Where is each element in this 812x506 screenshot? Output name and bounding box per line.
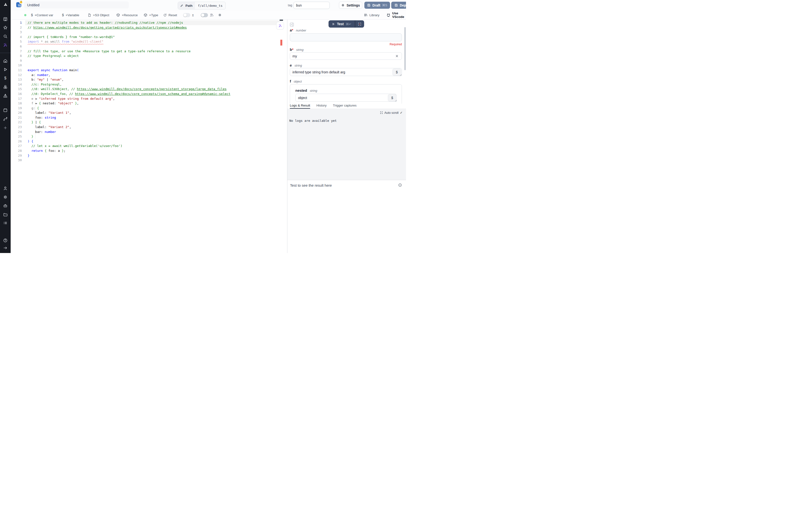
settings-gear-icon[interactable] — [3, 195, 8, 199]
workers-icon[interactable] — [3, 203, 8, 208]
triggers-icon[interactable] — [3, 93, 8, 98]
use-vscode-button[interactable]: Use VScode — [386, 11, 406, 19]
line-number: 15 — [11, 87, 25, 91]
draft-button[interactable]: Draft ⌘S — [364, 2, 390, 9]
library-button[interactable]: Library — [364, 11, 379, 19]
add-s3-object-button[interactable]: +S3 Object — [88, 11, 109, 19]
toggle-track[interactable] — [201, 13, 208, 17]
user-icon[interactable] — [3, 186, 8, 191]
line-number: 7 — [11, 49, 25, 54]
windmill-logo-icon[interactable] — [3, 2, 8, 7]
add-context-var-button[interactable]: $ +Context var — [31, 11, 53, 19]
code-line[interactable]: 26) { — [11, 139, 283, 144]
code-line[interactable]: 28 return { foo: a }; — [11, 148, 283, 153]
code-line[interactable]: 30 — [11, 158, 283, 163]
code-line[interactable]: 5import * as wmill from "windmill-client… — [11, 39, 283, 44]
field-e-label: e string — [290, 63, 302, 67]
tag-input[interactable] — [293, 2, 330, 9]
code-line[interactable]: 7// fill the type, or use the +Resource … — [11, 49, 283, 54]
code-line[interactable]: 20 label: "Variant 1", — [11, 110, 283, 115]
add-icon[interactable] — [3, 125, 8, 130]
panel-divider[interactable] — [287, 19, 287, 253]
code-line[interactable]: 24 bar: number — [11, 130, 283, 135]
editor-settings-button[interactable] — [218, 11, 222, 19]
code-line[interactable]: 11export async function main( — [11, 68, 283, 73]
code-line[interactable]: 16 //d: DynSelect_foo, // https://www.wi… — [11, 91, 283, 96]
capture-mode-button[interactable] — [355, 20, 364, 27]
code-line[interactable]: 18 f = { nested: "object" }, — [11, 101, 283, 106]
info-icon[interactable] — [398, 183, 402, 187]
script-title-input[interactable] — [24, 1, 129, 8]
flows-icon[interactable] — [3, 116, 8, 121]
help-icon[interactable] — [3, 238, 8, 243]
ai-wand-icon[interactable] — [3, 43, 8, 48]
line-number: 28 — [11, 148, 25, 153]
editor-overview-ruler[interactable] — [279, 19, 283, 253]
resize-handle[interactable] — [394, 99, 397, 102]
runs-icon[interactable] — [3, 67, 8, 72]
code-line[interactable]: 6 — [11, 44, 283, 49]
play-icon — [332, 22, 335, 26]
expand-icon — [380, 111, 383, 114]
code-line[interactable]: 14 //c: Postgresql, — [11, 82, 283, 87]
code-line[interactable]: 13 b: "my" | "enum", — [11, 77, 283, 82]
workspace-icon[interactable] — [3, 17, 8, 21]
collapse-panel-icon[interactable] — [289, 22, 294, 27]
code-line[interactable]: 15 //d: wmill.S3Object, // https://www.w… — [11, 87, 283, 91]
settings-button[interactable]: Settings — [339, 2, 362, 9]
diff-toggle[interactable]: ± — [183, 11, 194, 19]
code-line[interactable]: 12 a: number, — [11, 73, 283, 78]
field-a-input[interactable] — [290, 33, 402, 41]
add-type-button[interactable]: +Type — [144, 11, 158, 19]
code-editor[interactable]: 1// there are multiple modes to add as h… — [11, 19, 283, 253]
code-line[interactable]: 29} — [11, 153, 283, 158]
code-line[interactable]: 8// type Postgresql = object — [11, 54, 283, 58]
code-line[interactable]: 17 e = "inferred type string from defaul… — [11, 96, 283, 101]
code-line[interactable]: 2// https://www.windmill.dev/docs/gettin… — [11, 25, 283, 30]
reset-button[interactable]: Reset — [163, 11, 177, 19]
code-line[interactable]: 3 — [11, 30, 283, 34]
code-line[interactable]: 1// there are multiple modes to add as h… — [11, 20, 283, 25]
test-button[interactable]: Test ⌘↵ — [329, 20, 355, 27]
code-line[interactable]: 10 — [11, 63, 283, 68]
draft-shortcut: ⌘S — [382, 3, 387, 7]
code-line[interactable]: 22 } | { — [11, 120, 283, 125]
code-line[interactable]: 9 — [11, 58, 283, 63]
expand-sidebar-arrow-icon[interactable] — [3, 246, 8, 250]
resize-handle[interactable] — [399, 74, 402, 76]
path-value: f/all/demo_ts — [195, 2, 225, 9]
schedules-icon[interactable] — [3, 108, 8, 112]
code-text: // there are multiple modes to add as he… — [25, 20, 283, 25]
clear-icon[interactable] — [395, 55, 398, 58]
auto-scroll-toggle[interactable]: Auto scroll ✓ — [380, 111, 402, 114]
code-line[interactable]: 25 } — [11, 134, 283, 139]
ai-assistant-button[interactable] — [276, 22, 284, 29]
field-b-input[interactable] — [290, 52, 402, 60]
code-line[interactable]: 4// import { toWords } from "number-to-w… — [11, 34, 283, 39]
toggle-track[interactable] — [183, 13, 190, 17]
add-resource-button[interactable]: +Resource — [116, 11, 138, 19]
groups-list-icon[interactable] — [3, 221, 8, 226]
arg-name: nested — [295, 88, 307, 92]
code-line[interactable]: 27 // let x = await wmill.getVariable('u… — [11, 144, 283, 148]
tab-logs-result[interactable]: Logs & Result — [290, 104, 310, 109]
panel-scrollbar-thumb[interactable] — [404, 27, 406, 70]
add-variable-button[interactable]: $ +Variable — [62, 11, 79, 19]
code-line[interactable]: 23 label: "Variant 2", — [11, 125, 283, 130]
home-icon[interactable] — [3, 58, 8, 63]
nested-field-input[interactable] — [295, 94, 396, 102]
tab-history[interactable]: History — [317, 104, 327, 109]
search-icon[interactable] — [3, 34, 8, 39]
tab-trigger-captures[interactable]: Trigger captures — [333, 104, 357, 109]
resources-icon[interactable] — [3, 84, 8, 89]
deploy-button[interactable]: Deploy — [391, 2, 406, 9]
path-button[interactable]: Path f/all/demo_ts — [178, 2, 225, 9]
favorites-star-icon[interactable] — [3, 25, 8, 30]
field-e-input[interactable] — [290, 68, 402, 76]
multiplayer-toggle[interactable] — [201, 11, 214, 19]
folders-icon[interactable] — [3, 212, 8, 217]
code-line[interactable]: 21 foo: string — [11, 115, 283, 120]
code-line[interactable]: 19 g: { — [11, 106, 283, 111]
line-number: 10 — [11, 63, 25, 68]
variables-icon[interactable]: $ — [3, 76, 8, 81]
